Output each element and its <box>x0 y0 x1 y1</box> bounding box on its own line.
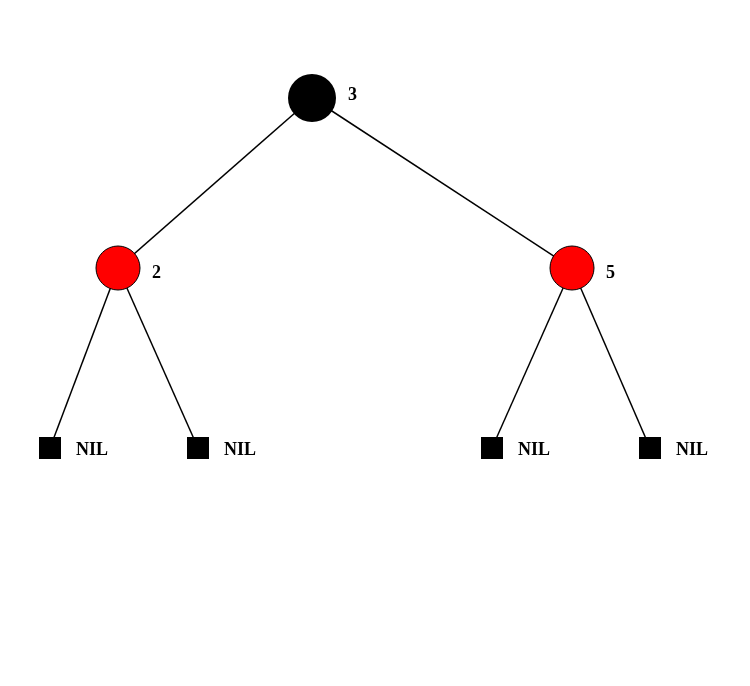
nil-label: NIL <box>76 439 108 459</box>
edge-left-nil1 <box>50 268 118 448</box>
edge-right-nil4 <box>572 268 650 448</box>
nil-label: NIL <box>518 439 550 459</box>
nil-label: NIL <box>224 439 256 459</box>
nil-leaf <box>481 437 503 459</box>
edge-root-left <box>118 98 312 268</box>
edge-left-nil2 <box>118 268 198 448</box>
left-node <box>96 246 140 290</box>
nil-leaf <box>639 437 661 459</box>
tree-diagram: 3 2 5 NIL NIL NIL NIL <box>0 0 750 686</box>
right-node <box>550 246 594 290</box>
nil-label: NIL <box>676 439 708 459</box>
edge-right-nil3 <box>492 268 572 448</box>
nil-leaf <box>187 437 209 459</box>
left-label: 2 <box>152 262 161 282</box>
root-label: 3 <box>348 84 357 104</box>
right-label: 5 <box>606 262 615 282</box>
nil-leaf <box>39 437 61 459</box>
edge-root-right <box>312 98 572 268</box>
root-node <box>288 74 336 122</box>
